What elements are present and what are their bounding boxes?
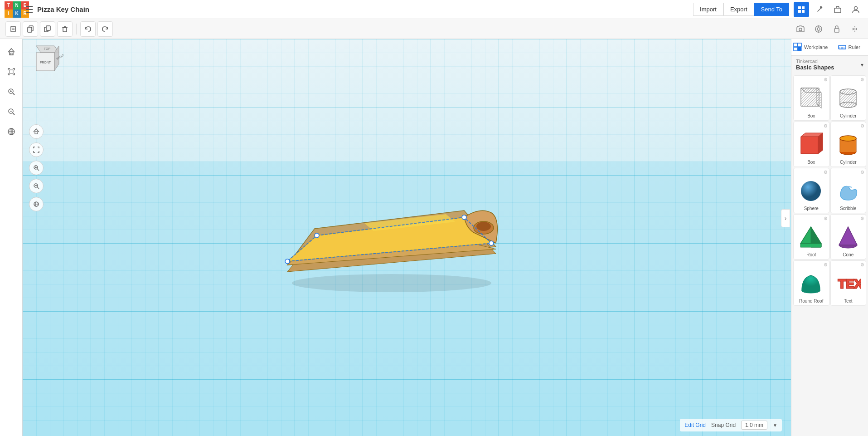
grid-icon bbox=[798, 6, 805, 13]
roof-preview bbox=[798, 223, 825, 250]
mirror-icon bbox=[851, 25, 859, 33]
import-button[interactable]: Import bbox=[693, 3, 723, 16]
shape-round-roof[interactable]: ⚙ Round Roof bbox=[793, 260, 829, 306]
snap-grid-value[interactable]: 1.0 mm bbox=[741, 421, 767, 430]
target-button[interactable] bbox=[811, 21, 826, 37]
shape-gear-icon-8[interactable]: ⚙ bbox=[860, 216, 864, 221]
new-button[interactable] bbox=[5, 21, 21, 37]
cone-label: Cone bbox=[843, 252, 853, 257]
delete-icon bbox=[61, 25, 68, 33]
home-nav-icon bbox=[33, 128, 39, 135]
shape-cylinder-hole[interactable]: ⚙ Cylinder bbox=[830, 75, 867, 121]
zoom-in-icon bbox=[7, 88, 15, 96]
svg-line-55 bbox=[37, 169, 39, 171]
shape-panel-header: Tinkercad Basic Shapes ▾ bbox=[791, 56, 868, 73]
shape-cylinder-solid[interactable]: ⚙ Cylinder bbox=[830, 122, 867, 167]
right-panel: Workplane Ruler Tinkercad Basic Shapes ▾ bbox=[791, 39, 868, 436]
roof-label: Roof bbox=[806, 252, 816, 257]
ruler-button[interactable]: Ruler bbox=[830, 39, 868, 55]
svg-point-17 bbox=[815, 26, 822, 32]
shape-gear-icon-3[interactable]: ⚙ bbox=[824, 123, 828, 128]
mirror-button[interactable] bbox=[847, 21, 863, 37]
panel-collapse-button[interactable]: › bbox=[781, 209, 790, 227]
user-button[interactable] bbox=[848, 2, 863, 17]
shape-gear-icon-2[interactable]: ⚙ bbox=[860, 77, 864, 82]
workplane-button[interactable]: Workplane bbox=[791, 39, 830, 55]
shape-sphere[interactable]: ⚙ Sphere bbox=[793, 168, 829, 213]
snap-grid-dropdown[interactable]: ▼ bbox=[773, 423, 777, 428]
svg-point-100 bbox=[840, 136, 856, 141]
svg-point-70 bbox=[315, 233, 319, 238]
logo-n: N bbox=[13, 1, 21, 10]
undo-icon bbox=[84, 25, 92, 33]
shape-roof[interactable]: ⚙ Roof bbox=[793, 214, 829, 260]
svg-rect-5 bbox=[834, 8, 841, 13]
shape-box-solid[interactable]: ⚙ Box bbox=[793, 122, 829, 167]
svg-point-68 bbox=[476, 222, 491, 231]
shape-gear-icon-4[interactable]: ⚙ bbox=[860, 123, 864, 128]
topbar: T I N K E R ☰ Pizza Key Chain Import Exp… bbox=[0, 0, 868, 19]
zoom-in-nav-button[interactable] bbox=[29, 161, 44, 175]
svg-rect-4 bbox=[820, 5, 822, 8]
fit-nav-button[interactable] bbox=[29, 142, 44, 157]
projects-button[interactable] bbox=[830, 2, 845, 17]
box-hole-preview bbox=[798, 84, 825, 112]
box-solid-preview bbox=[798, 131, 825, 158]
undo-button[interactable] bbox=[80, 21, 96, 37]
box-solid-label: Box bbox=[807, 160, 815, 165]
home-view-button[interactable] bbox=[3, 44, 19, 60]
tinkercad-logo: T I N K E R bbox=[5, 1, 21, 18]
zoom-in-button[interactable] bbox=[3, 83, 19, 100]
svg-point-6 bbox=[854, 6, 858, 10]
copy-button[interactable] bbox=[23, 21, 38, 37]
ruler-label: Ruler bbox=[849, 44, 860, 50]
snap-grid-label: Snap Grid bbox=[711, 422, 736, 428]
svg-point-62 bbox=[292, 274, 491, 292]
redo-button[interactable] bbox=[97, 21, 113, 37]
delete-button[interactable] bbox=[57, 21, 73, 37]
shape-gear-icon-5[interactable]: ⚙ bbox=[824, 170, 828, 175]
shape-scribble[interactable]: ⚙ Scribble bbox=[830, 168, 867, 213]
bottom-bar: Edit Grid Snap Grid 1.0 mm ▼ bbox=[680, 419, 782, 431]
hammer-icon bbox=[815, 5, 824, 14]
shape-box-hole[interactable]: ⚙ Box bbox=[793, 75, 829, 121]
shape-cone[interactable]: ⚙ Cone bbox=[830, 214, 867, 260]
perspective-button[interactable] bbox=[3, 123, 19, 140]
shape-text[interactable]: ⚙ TEXT Text bbox=[830, 260, 867, 306]
viewport[interactable]: TOP FRONT RIGHT bbox=[23, 39, 791, 436]
svg-marker-26 bbox=[855, 28, 857, 30]
svg-point-71 bbox=[462, 215, 466, 220]
hamburger-menu[interactable]: ☰ bbox=[25, 4, 34, 15]
svg-rect-11 bbox=[28, 27, 32, 32]
target-icon bbox=[815, 25, 823, 33]
zoom-out-nav-button[interactable] bbox=[29, 179, 44, 193]
home-view-nav-button[interactable] bbox=[29, 124, 44, 139]
zoom-out-button[interactable] bbox=[3, 103, 19, 120]
perspective-nav-button[interactable] bbox=[29, 197, 44, 211]
svg-marker-106 bbox=[839, 227, 857, 245]
shape-gear-icon-6[interactable]: ⚙ bbox=[860, 170, 864, 175]
shape-gear-icon-9[interactable]: ⚙ bbox=[824, 262, 828, 267]
scribble-label: Scribble bbox=[840, 206, 856, 211]
shape-gear-icon-7[interactable]: ⚙ bbox=[824, 216, 828, 221]
send-to-button[interactable]: Send To bbox=[754, 3, 789, 16]
edit-grid-label[interactable]: Edit Grid bbox=[684, 422, 706, 428]
category-dropdown-arrow[interactable]: ▾ bbox=[861, 62, 863, 68]
svg-rect-78 bbox=[839, 45, 846, 49]
export-button[interactable]: Export bbox=[723, 3, 754, 16]
grid-view-button[interactable] bbox=[794, 2, 809, 17]
fit-view-button[interactable] bbox=[3, 64, 19, 80]
fit-icon bbox=[7, 68, 15, 76]
lock-button[interactable] bbox=[829, 21, 844, 37]
view-cube[interactable]: TOP FRONT RIGHT bbox=[27, 44, 59, 75]
shape-gear-icon-10[interactable]: ⚙ bbox=[860, 262, 864, 267]
shape-category-name: Basic Shapes bbox=[796, 64, 834, 71]
action-buttons: Import Export Send To bbox=[693, 3, 789, 16]
duplicate-button[interactable] bbox=[40, 21, 55, 37]
shape-gear-icon[interactable]: ⚙ bbox=[824, 77, 828, 82]
svg-rect-7 bbox=[11, 26, 15, 32]
scribble-preview bbox=[834, 177, 862, 204]
redo-icon bbox=[102, 25, 109, 33]
tools-button[interactable] bbox=[812, 2, 827, 17]
camera-button[interactable] bbox=[793, 21, 808, 37]
